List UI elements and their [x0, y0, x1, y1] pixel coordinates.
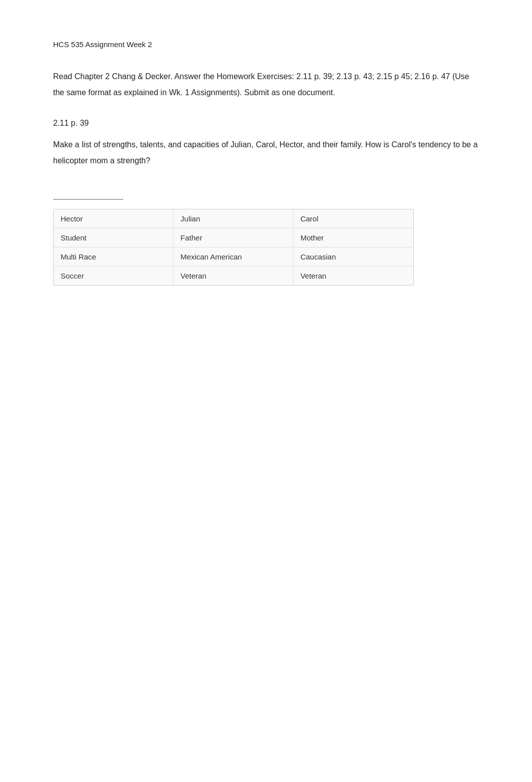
- page-container: HCS 535 Assignment Week 2 Read Chapter 2…: [0, 0, 532, 782]
- table-cell: Multi Race: [54, 247, 173, 267]
- data-table: HectorJulianCarolStudentFatherMotherMult…: [53, 209, 414, 286]
- table-cell: Student: [54, 228, 173, 247]
- table-cell: Soccer: [54, 267, 173, 285]
- table-cell: Mexican American: [173, 247, 293, 267]
- page-title: HCS 535 Assignment Week 2: [53, 40, 479, 49]
- table-cell: Veteran: [173, 267, 293, 285]
- section-heading: 2.11 p. 39: [53, 119, 479, 128]
- intro-text: Read Chapter 2 Chang & Decker. Answer th…: [53, 69, 479, 101]
- question-text: Make a list of strengths, talents, and c…: [53, 137, 479, 169]
- table-cell: Hector: [54, 209, 173, 228]
- table-cell: Father: [173, 228, 293, 247]
- table-cell: Mother: [294, 228, 413, 247]
- table-cell: Caucasian: [294, 247, 413, 267]
- table-cell: Carol: [294, 209, 413, 228]
- table-cell: Veteran: [294, 267, 413, 285]
- table-cell: Julian: [173, 209, 293, 228]
- divider-line: [53, 199, 123, 200]
- table-grid: HectorJulianCarolStudentFatherMotherMult…: [54, 209, 413, 285]
